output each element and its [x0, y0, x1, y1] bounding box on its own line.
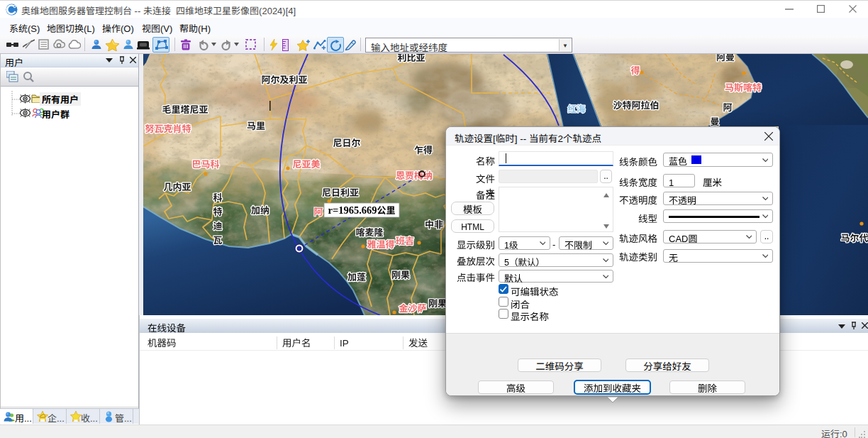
- svg-text:红海: 红海: [567, 102, 586, 115]
- svg-text:雅温得: 雅温得: [367, 237, 394, 251]
- svg-text:巴马科: 巴马科: [191, 157, 219, 170]
- svg-text:恩贾梅纳: 恩贾梅纳: [396, 168, 433, 182]
- svg-text:特: 特: [213, 204, 222, 218]
- svg-text:阿曼: 阿曼: [716, 54, 735, 63]
- svg-text:加蓬: 加蓬: [347, 270, 366, 283]
- svg-text:尼亚美: 尼亚美: [292, 157, 320, 170]
- svg-text:马里: 马里: [247, 119, 265, 132]
- svg-text:几内亚: 几内亚: [163, 180, 191, 193]
- svg-text:马斯喀特: 马斯喀特: [725, 80, 762, 94]
- svg-text:金沙萨: 金沙萨: [399, 301, 426, 314]
- svg-text:沙特阿拉伯: 沙特阿拉伯: [613, 98, 659, 111]
- svg-text:得: 得: [630, 63, 640, 77]
- svg-text:中非: 中非: [425, 217, 443, 231]
- svg-text:阿: 阿: [313, 204, 323, 218]
- svg-text:r=1965.669公里: r=1965.669公里: [328, 203, 395, 217]
- svg-text:尼日尔: 尼日尔: [333, 136, 360, 149]
- svg-text:阿: 阿: [723, 100, 732, 114]
- svg-text:班吉: 班吉: [396, 234, 414, 247]
- svg-text:马尔代: 马尔代: [840, 231, 868, 244]
- svg-text:迪: 迪: [213, 219, 222, 232]
- svg-text:刚果: 刚果: [391, 268, 410, 281]
- svg-text:毛里塔尼亚: 毛里塔尼亚: [162, 102, 208, 116]
- svg-text:瓦: 瓦: [213, 233, 222, 246]
- svg-text:努瓦克肖特: 努瓦克肖特: [145, 121, 191, 135]
- svg-text:尼日利亚: 尼日利亚: [322, 185, 359, 199]
- svg-text:阿尔及利亚: 阿尔及利亚: [261, 72, 307, 86]
- svg-text:乍得: 乍得: [414, 143, 433, 156]
- svg-text:利比亚: 利比亚: [397, 54, 425, 64]
- svg-text:刚果: 刚果: [428, 296, 447, 310]
- svg-text:科: 科: [213, 190, 222, 204]
- svg-text:加纳: 加纳: [251, 203, 269, 217]
